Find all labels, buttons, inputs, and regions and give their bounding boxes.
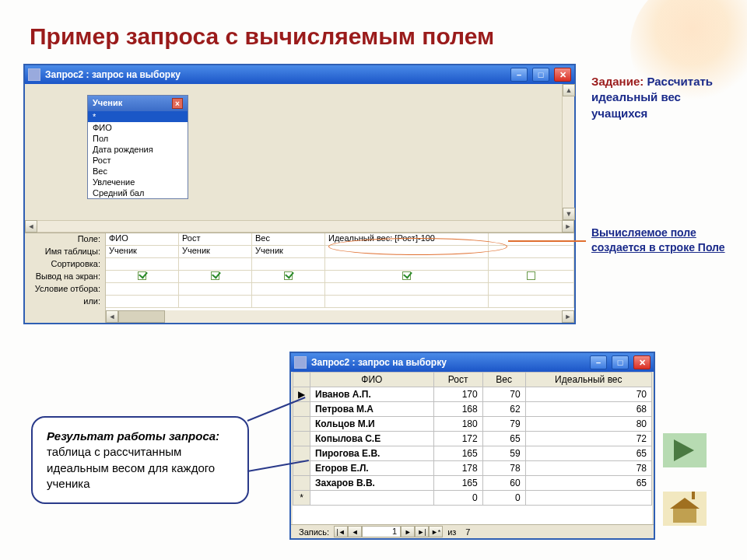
grid-cell[interactable] [325,271,489,282]
grid-cell[interactable] [489,233,574,245]
cell-name[interactable]: Захаров В.В. [310,476,434,491]
vertical-scrollbar[interactable]: ▲ ▼ [562,84,574,220]
scroll-right-icon[interactable]: ► [562,310,574,323]
grid-cell[interactable] [179,283,252,295]
maximize-button[interactable]: □ [532,68,549,82]
field-list-item[interactable]: Дата рождения [88,144,188,155]
grid-cell[interactable] [325,296,489,307]
cell-height[interactable]: 178 [433,461,482,476]
cell-name[interactable] [310,491,434,506]
cell-height[interactable]: 165 [433,446,482,461]
grid-cell[interactable] [489,258,574,270]
next-slide-button[interactable] [663,433,707,467]
cell-ideal[interactable]: 72 [525,432,651,446]
record-navigator[interactable]: Запись: |◄ ◄ 1 ► ►| ►* из 7 [291,524,654,538]
show-checkbox[interactable] [402,271,411,280]
show-checkbox[interactable] [284,271,293,280]
grid-horizontal-scrollbar[interactable]: ◄ ► [106,310,574,323]
grid-cell[interactable] [252,283,325,295]
grid-cell[interactable] [325,258,489,270]
prev-record-button[interactable]: ◄ [348,526,362,537]
scroll-left-icon[interactable]: ◄ [106,310,118,323]
grid-cell[interactable] [325,283,489,295]
show-checkbox[interactable] [211,271,219,280]
table-row[interactable]: Копылова С.Е1726572 [293,432,652,446]
field-list-item[interactable]: * [88,111,188,122]
grid-cell[interactable]: ФИО [106,233,179,245]
cell-ideal[interactable]: 80 [525,417,651,432]
field-list-item[interactable]: Средний бал [88,187,188,198]
horizontal-scrollbar[interactable]: ◄ ► [25,220,574,233]
grid-cell[interactable]: Ученик [179,246,252,257]
cell-name[interactable]: Петрова М.А [310,402,434,417]
maximize-button[interactable]: □ [612,355,629,369]
table-row[interactable]: Петрова М.А1686268 [293,402,652,417]
grid-cell[interactable] [106,283,179,295]
grid-cell[interactable] [106,258,179,270]
grid-cell[interactable] [179,271,252,282]
table-row[interactable]: Захаров В.В.1656065 [293,476,652,491]
column-header[interactable]: Рост [433,373,482,387]
cell-weight[interactable]: 78 [482,461,525,476]
record-number[interactable]: 1 [362,526,401,537]
row-selector[interactable]: * [293,491,310,506]
home-button[interactable] [663,492,707,526]
grid-cell[interactable] [106,296,179,307]
cell-weight[interactable]: 65 [482,432,525,446]
cell-weight[interactable]: 60 [482,476,525,491]
next-record-button[interactable]: ► [401,526,415,537]
cell-name[interactable]: Егоров Е.Л. [310,461,434,476]
scroll-up-icon[interactable]: ▲ [563,84,575,96]
result-grid[interactable]: ФИОРостВесИдеальный вес▶Иванов А.П.17070… [293,372,652,524]
close-icon[interactable]: × [172,98,183,109]
show-checkbox[interactable] [527,271,535,280]
scrollbar-thumb[interactable] [118,310,165,323]
table-row[interactable]: Кольцов М.И1807980 [293,417,652,432]
column-header[interactable]: ФИО [310,373,434,387]
cell-height[interactable]: 168 [433,402,482,417]
cell-ideal[interactable]: 70 [525,387,651,402]
column-header[interactable]: Вес [482,373,525,387]
cell-name[interactable]: Иванов А.П. [310,387,434,402]
cell-weight[interactable]: 0 [482,491,525,506]
row-selector[interactable] [293,476,310,491]
cell-height[interactable]: 170 [433,387,482,402]
cell-height[interactable]: 0 [433,491,482,506]
field-list-item[interactable]: Рост [88,155,188,166]
row-selector[interactable] [293,446,310,461]
design-grid-columns[interactable]: ФИОРостВесИдеальный вес: [Рост]-100Учени… [106,233,574,323]
grid-cell[interactable] [489,296,574,307]
grid-cell[interactable] [252,296,325,307]
cell-ideal[interactable]: 65 [525,446,651,461]
grid-cell[interactable] [489,246,574,257]
cell-ideal[interactable]: 78 [525,461,651,476]
cell-height[interactable]: 180 [433,417,482,432]
field-list-item[interactable]: Вес [88,166,188,177]
grid-cell[interactable]: Рост [179,233,252,245]
scroll-left-icon[interactable]: ◄ [25,220,37,233]
minimize-button[interactable]: – [510,68,528,82]
table-row[interactable]: Пирогова Е.В.1655965 [293,446,652,461]
cell-name[interactable]: Копылова С.Е [310,432,434,446]
table-row[interactable]: Егоров Е.Л.1787878 [293,461,652,476]
column-header[interactable]: Идеальный вес [525,373,651,387]
grid-cell[interactable] [252,271,325,282]
cell-height[interactable]: 172 [433,432,482,446]
row-selector[interactable] [293,432,310,446]
cell-name[interactable]: Кольцов М.И [310,417,434,432]
new-record-button[interactable]: ►* [429,526,443,537]
grid-cell[interactable] [252,258,325,270]
row-selector[interactable] [293,417,310,432]
show-checkbox[interactable] [138,271,146,280]
field-list-item[interactable]: Пол [88,133,188,144]
grid-cell[interactable]: Ученик [106,246,179,257]
new-row[interactable]: *00 [293,491,652,506]
scroll-right-icon[interactable]: ► [562,220,574,233]
cell-weight[interactable]: 70 [482,387,525,402]
row-selector[interactable] [293,402,310,417]
grid-cell[interactable] [325,246,489,257]
table-row[interactable]: ▶Иванов А.П.1707070 [293,387,652,402]
close-button[interactable]: ✕ [633,355,651,369]
cell-weight[interactable]: 79 [482,417,525,432]
grid-cell[interactable] [179,296,252,307]
